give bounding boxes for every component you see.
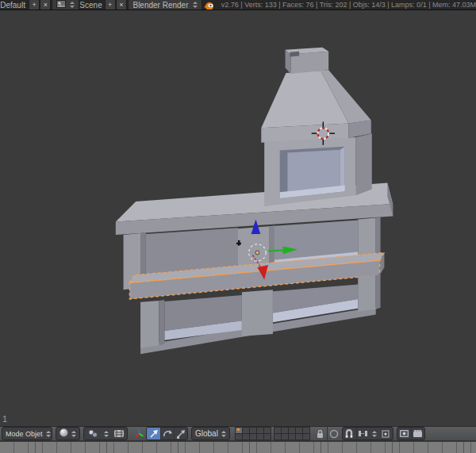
close-layout-button[interactable]: × <box>40 0 51 10</box>
snap-increment-icon[interactable] <box>356 427 370 440</box>
engine-dropdown-arrows <box>193 2 198 8</box>
layer-cell[interactable] <box>296 434 302 440</box>
snap-group <box>342 427 393 440</box>
pivot-point-icon[interactable] <box>84 427 102 440</box>
layer-cell-active[interactable] <box>236 428 242 433</box>
rotate-manipulator-button[interactable] <box>160 427 174 440</box>
transform-orientation-selector[interactable]: Global <box>191 427 230 440</box>
scale-manipulator-button[interactable] <box>174 427 187 440</box>
layer-cell[interactable] <box>264 428 271 433</box>
layer-cell[interactable] <box>274 434 281 440</box>
scene-dropdown-arrows <box>70 2 75 8</box>
mode-dropdown-arrows <box>46 431 51 437</box>
close-scene-button[interactable]: × <box>116 0 127 10</box>
snap-magnet-icon[interactable] <box>343 427 356 440</box>
timeline-strip[interactable] <box>0 441 476 453</box>
orientation-dropdown-arrows <box>221 431 226 437</box>
info-header: Default + × Scene + × Blender Render v2.… <box>0 0 476 10</box>
translate-manipulator-button[interactable] <box>147 427 160 440</box>
layer-cell[interactable] <box>257 428 263 433</box>
scene-statistics: v2.76 | Verts: 133 | Faces: 76 | Tris: 2… <box>221 0 476 10</box>
add-scene-button[interactable]: + <box>105 0 116 10</box>
opengl-render-group <box>397 427 425 440</box>
mode-label: Mode Objet <box>6 430 43 438</box>
shading-dropdown-arrows <box>71 431 76 437</box>
screen-layout-selector[interactable]: Default <box>0 0 25 10</box>
layer-cell[interactable] <box>289 428 295 433</box>
pivot-dropdown-arrows <box>104 431 109 437</box>
mode-selector[interactable]: Mode Objet <box>2 427 52 440</box>
layer-cell[interactable] <box>303 434 309 440</box>
manipulate-center-points-icon[interactable] <box>111 427 127 440</box>
layer-cell[interactable] <box>243 434 249 440</box>
blender-window: Default + × Scene + × Blender Render v2.… <box>0 0 476 453</box>
3d-viewport[interactable]: 1 <box>0 10 476 426</box>
layer-cell[interactable] <box>250 434 256 440</box>
scene-icon <box>56 0 66 10</box>
layer-cell[interactable] <box>274 428 281 433</box>
add-layout-button[interactable]: + <box>29 0 40 10</box>
proportional-edit-icon[interactable] <box>327 427 340 440</box>
viewport-shading-sphere-icon <box>60 428 68 439</box>
blender-logo-icon <box>203 0 215 10</box>
snap-dropdown-arrows <box>372 431 377 437</box>
3d-model-fireplace <box>0 10 476 426</box>
opengl-render-still-icon[interactable] <box>397 427 411 440</box>
lock-icon[interactable] <box>313 427 327 440</box>
layer-cell[interactable] <box>250 428 256 433</box>
layer-cell[interactable] <box>289 434 295 440</box>
opengl-render-anim-icon[interactable] <box>411 427 424 440</box>
scene-selector[interactable] <box>52 0 79 10</box>
layer-cell[interactable] <box>282 434 288 440</box>
layer-cell[interactable] <box>296 428 302 433</box>
scene-name: Scene <box>79 0 102 10</box>
snap-target-icon[interactable] <box>379 427 393 440</box>
viewport-shading-selector[interactable] <box>56 427 80 440</box>
layer-cell[interactable] <box>236 434 242 440</box>
render-engine-label: Blender Render <box>132 1 188 10</box>
orientation-label: Global <box>195 429 218 438</box>
manipulator-axes-icon[interactable] <box>132 427 146 440</box>
render-engine-selector[interactable]: Blender Render <box>128 0 202 10</box>
layer-block-1 <box>235 427 271 440</box>
layer-cell[interactable] <box>264 434 271 440</box>
layers-widget <box>235 427 310 440</box>
manipulator-group <box>146 427 188 440</box>
layer-cell[interactable] <box>282 428 288 433</box>
view-indicator: 1 <box>2 415 7 424</box>
layer-cell[interactable] <box>257 434 263 440</box>
layer-block-2 <box>274 427 310 440</box>
layer-cell[interactable] <box>303 428 309 433</box>
layer-cell[interactable] <box>243 428 249 433</box>
viewport-header: Mode Objet <box>0 426 476 441</box>
pivot-group <box>83 427 128 440</box>
